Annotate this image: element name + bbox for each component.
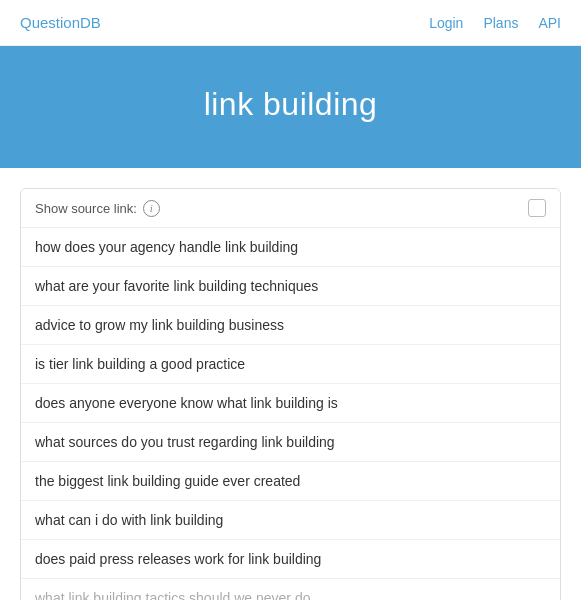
source-link-checkbox[interactable] — [528, 199, 546, 217]
nav-plans[interactable]: Plans — [483, 15, 518, 31]
question-item[interactable]: is tier link building a good practice — [21, 345, 560, 384]
question-item[interactable]: advice to grow my link building business — [21, 306, 560, 345]
search-title: link building — [20, 86, 561, 123]
question-item[interactable]: the biggest link building guide ever cre… — [21, 462, 560, 501]
source-link-label: Show source link: i — [35, 200, 160, 217]
source-link-row: Show source link: i — [21, 189, 560, 228]
results-box: Show source link: i how does your agency… — [20, 188, 561, 600]
questions-list: how does your agency handle link buildin… — [21, 228, 560, 600]
header: QuestionDB Login Plans API — [0, 0, 581, 46]
results-container: Show source link: i how does your agency… — [0, 168, 581, 600]
question-item[interactable]: does anyone everyone know what link buil… — [21, 384, 560, 423]
question-item[interactable]: does paid press releases work for link b… — [21, 540, 560, 579]
hero-section: link building — [0, 46, 581, 168]
source-link-text: Show source link: — [35, 201, 137, 216]
question-item[interactable]: what can i do with link building — [21, 501, 560, 540]
logo[interactable]: QuestionDB — [20, 14, 101, 31]
nav-login[interactable]: Login — [429, 15, 463, 31]
info-icon[interactable]: i — [143, 200, 160, 217]
nav: Login Plans API — [429, 15, 561, 31]
question-item[interactable]: what are your favorite link building tec… — [21, 267, 560, 306]
question-item[interactable]: what sources do you trust regarding link… — [21, 423, 560, 462]
question-item[interactable]: how does your agency handle link buildin… — [21, 228, 560, 267]
question-item[interactable]: what link building tactics should we nev… — [21, 579, 560, 600]
nav-api[interactable]: API — [538, 15, 561, 31]
